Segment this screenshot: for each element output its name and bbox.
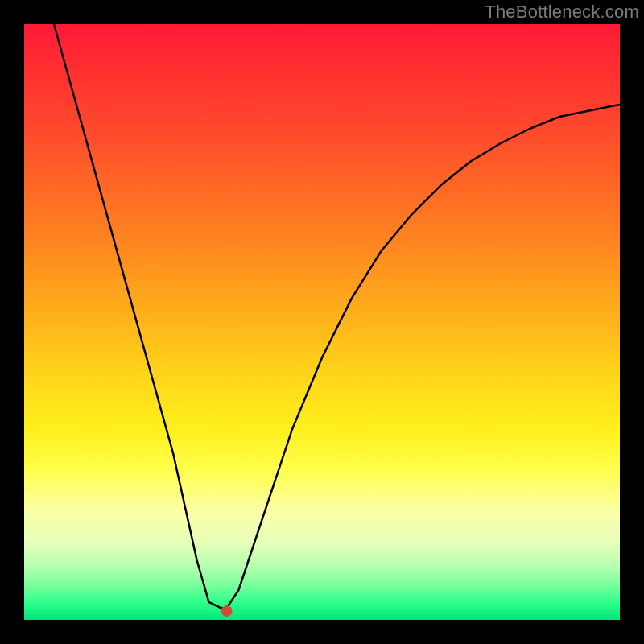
curve-svg [24, 24, 620, 620]
chart-frame: TheBottleneck.com [0, 0, 644, 644]
attribution-label: TheBottleneck.com [485, 2, 639, 23]
plot-area [24, 24, 620, 620]
minimum-marker [221, 605, 233, 617]
bottleneck-curve [54, 24, 620, 608]
